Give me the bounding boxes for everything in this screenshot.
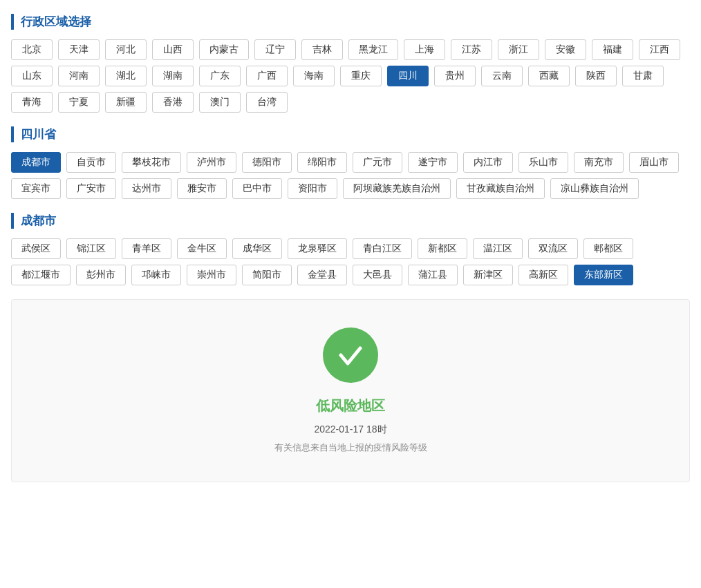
city-tag[interactable]: 成都市 <box>11 152 61 173</box>
risk-level: 低风险地区 <box>26 397 675 415</box>
district-tag[interactable]: 温江区 <box>473 238 523 259</box>
city-tag[interactable]: 德阳市 <box>242 152 292 173</box>
province-tag[interactable]: 陕西 <box>575 66 617 86</box>
city-grid: 成都市自贡市攀枝花市泸州市德阳市绵阳市广元市遂宁市内江市乐山市南充市眉山市宜宾市… <box>11 152 690 199</box>
province-tag[interactable]: 山西 <box>152 39 194 60</box>
district-tag[interactable]: 郫都区 <box>583 238 633 259</box>
city-tag[interactable]: 达州市 <box>122 178 171 199</box>
city-tag[interactable]: 雅安市 <box>177 178 227 199</box>
check-icon <box>335 340 366 370</box>
province-tag[interactable]: 吉林 <box>301 39 343 60</box>
province-tag[interactable]: 北京 <box>11 39 53 60</box>
province-tag[interactable]: 浙江 <box>498 39 539 60</box>
province-tag[interactable]: 黑龙江 <box>348 39 398 60</box>
province-grid: 北京天津河北山西内蒙古辽宁吉林黑龙江上海江苏浙江安徽福建江西山东河南湖北湖南广东… <box>11 39 690 113</box>
province-tag[interactable]: 香港 <box>152 92 194 113</box>
district-tag[interactable]: 简阳市 <box>242 265 292 285</box>
district-tag[interactable]: 彭州市 <box>76 265 126 285</box>
district-tag[interactable]: 新津区 <box>463 265 513 285</box>
district-tag[interactable]: 东部新区 <box>574 265 633 285</box>
region-title: 行政区域选择 <box>11 14 690 30</box>
province-tag[interactable]: 湖南 <box>152 66 194 86</box>
district-tag[interactable]: 锦江区 <box>66 238 116 259</box>
province-tag[interactable]: 澳门 <box>199 92 241 113</box>
district-tag[interactable]: 大邑县 <box>353 265 402 285</box>
city-tag[interactable]: 广元市 <box>353 152 402 173</box>
city-tag[interactable]: 巴中市 <box>232 178 282 199</box>
city-tag[interactable]: 甘孜藏族自治州 <box>456 178 545 199</box>
city-tag[interactable]: 泸州市 <box>187 152 236 173</box>
province-tag[interactable]: 江苏 <box>451 39 492 60</box>
district-tag[interactable]: 青羊区 <box>122 238 171 259</box>
city-tag[interactable]: 遂宁市 <box>408 152 458 173</box>
province-tag[interactable]: 山东 <box>11 66 53 86</box>
chengdu-section: 成都市 武侯区锦江区青羊区金牛区成华区龙泉驿区青白江区新都区温江区双流区郫都区都… <box>11 213 690 285</box>
city-tag[interactable]: 资阳市 <box>288 178 337 199</box>
district-tag[interactable]: 都江堰市 <box>11 265 71 285</box>
province-tag[interactable]: 福建 <box>592 39 633 60</box>
province-tag[interactable]: 甘肃 <box>622 66 664 86</box>
district-tag[interactable]: 邛崃市 <box>131 265 181 285</box>
province-tag[interactable]: 广东 <box>199 66 241 86</box>
province-tag[interactable]: 海南 <box>293 66 335 86</box>
province-tag[interactable]: 重庆 <box>340 66 382 86</box>
city-tag[interactable]: 宜宾市 <box>11 178 61 199</box>
city-tag[interactable]: 内江市 <box>463 152 513 173</box>
district-tag[interactable]: 蒲江县 <box>408 265 458 285</box>
sichuan-title: 四川省 <box>11 126 690 142</box>
district-tag[interactable]: 成华区 <box>232 238 282 259</box>
city-tag[interactable]: 凉山彝族自治州 <box>550 178 639 199</box>
district-tag[interactable]: 武侯区 <box>11 238 61 259</box>
risk-date: 2022-01-17 18时 <box>26 424 675 436</box>
province-tag[interactable]: 云南 <box>481 66 523 86</box>
check-circle <box>323 328 378 383</box>
sichuan-section: 四川省 成都市自贡市攀枝花市泸州市德阳市绵阳市广元市遂宁市内江市乐山市南充市眉山… <box>11 126 690 199</box>
province-tag[interactable]: 新疆 <box>105 92 147 113</box>
result-panel: 低风险地区 2022-01-17 18时 有关信息来自当地上报的疫情风险等级 <box>11 299 690 482</box>
province-tag[interactable]: 河南 <box>58 66 100 86</box>
district-tag[interactable]: 青白江区 <box>353 238 412 259</box>
province-tag[interactable]: 安徽 <box>545 39 586 60</box>
city-tag[interactable]: 南充市 <box>574 152 624 173</box>
province-tag[interactable]: 天津 <box>58 39 100 60</box>
city-tag[interactable]: 广安市 <box>66 178 116 199</box>
province-tag[interactable]: 河北 <box>105 39 147 60</box>
district-tag[interactable]: 金堂县 <box>297 265 347 285</box>
city-tag[interactable]: 自贡市 <box>66 152 116 173</box>
city-tag[interactable]: 绵阳市 <box>297 152 347 173</box>
city-tag[interactable]: 眉山市 <box>629 152 679 173</box>
province-tag[interactable]: 青海 <box>11 92 53 113</box>
province-tag[interactable]: 贵州 <box>434 66 476 86</box>
chengdu-title: 成都市 <box>11 213 690 229</box>
district-tag[interactable]: 崇州市 <box>187 265 236 285</box>
district-tag[interactable]: 新都区 <box>418 238 467 259</box>
district-tag[interactable]: 龙泉驿区 <box>288 238 347 259</box>
main-container: 行政区域选择 北京天津河北山西内蒙古辽宁吉林黑龙江上海江苏浙江安徽福建江西山东河… <box>0 0 701 588</box>
city-tag[interactable]: 阿坝藏族羌族自治州 <box>343 178 451 199</box>
district-tag[interactable]: 高新区 <box>518 265 568 285</box>
region-section: 行政区域选择 北京天津河北山西内蒙古辽宁吉林黑龙江上海江苏浙江安徽福建江西山东河… <box>11 14 690 113</box>
province-tag[interactable]: 宁夏 <box>58 92 100 113</box>
province-tag[interactable]: 江西 <box>639 39 680 60</box>
province-tag[interactable]: 内蒙古 <box>199 39 249 60</box>
city-tag[interactable]: 攀枝花市 <box>122 152 181 173</box>
city-tag[interactable]: 乐山市 <box>518 152 568 173</box>
province-tag[interactable]: 四川 <box>387 66 429 86</box>
district-tag[interactable]: 金牛区 <box>177 238 227 259</box>
province-tag[interactable]: 广西 <box>246 66 288 86</box>
province-tag[interactable]: 西藏 <box>528 66 570 86</box>
province-tag[interactable]: 辽宁 <box>254 39 296 60</box>
province-tag[interactable]: 湖北 <box>105 66 147 86</box>
district-grid: 武侯区锦江区青羊区金牛区成华区龙泉驿区青白江区新都区温江区双流区郫都区都江堰市彭… <box>11 238 690 285</box>
province-tag[interactable]: 上海 <box>404 39 445 60</box>
risk-note: 有关信息来自当地上报的疫情风险等级 <box>26 442 675 454</box>
district-tag[interactable]: 双流区 <box>528 238 578 259</box>
province-tag[interactable]: 台湾 <box>246 92 288 113</box>
